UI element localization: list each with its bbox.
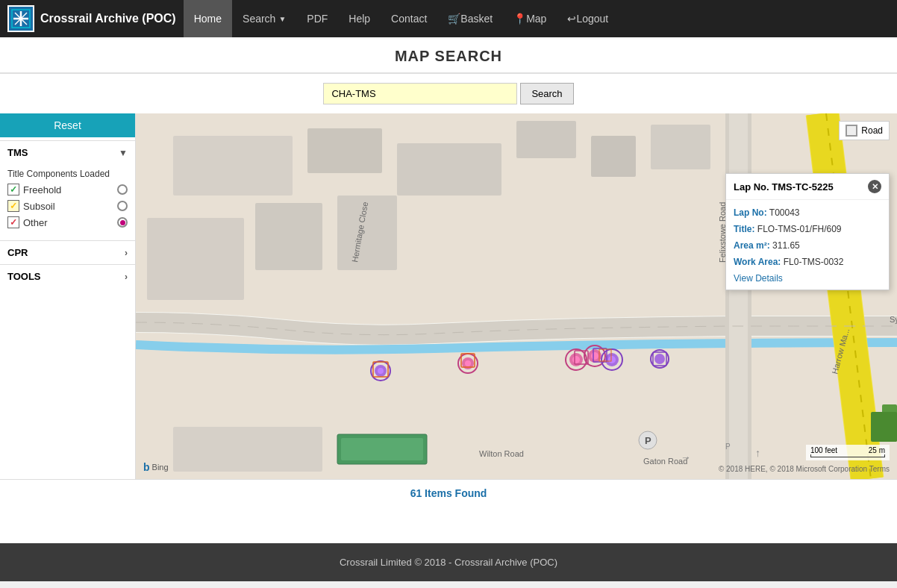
other-label: Other xyxy=(23,217,48,228)
cpr-label: CPR xyxy=(7,247,28,258)
search-input[interactable] xyxy=(323,83,517,104)
popup-area-label: Area m²: xyxy=(734,240,770,251)
nav-search[interactable]: Search ▼ xyxy=(232,0,296,37)
map-pin-icon: 📍 xyxy=(513,13,526,25)
svg-rect-8 xyxy=(729,113,748,479)
nav-contact[interactable]: Contact xyxy=(381,0,437,37)
nav-home[interactable]: Home xyxy=(184,0,232,37)
svg-text:Syd...: Syd... xyxy=(890,315,897,324)
navbar: Crossrail Archive (POC) Home Search ▼ PD… xyxy=(0,0,897,37)
svg-point-41 xyxy=(591,352,598,360)
search-button[interactable]: Search xyxy=(520,83,573,104)
page-title-bar: MAP SEARCH xyxy=(0,37,897,74)
popup-work-area-value: FL0-TMS-0032 xyxy=(784,257,844,267)
popup-lap-no-value: T00043 xyxy=(769,207,800,218)
scale-labels: 100 feet 25 m xyxy=(810,446,885,454)
popup-lap-no-label: Lap No: xyxy=(734,207,767,218)
freehold-checkbox[interactable] xyxy=(7,184,19,196)
freehold-label: Freehold xyxy=(23,184,61,196)
svg-rect-12 xyxy=(516,121,576,158)
tools-chevron-icon: › xyxy=(125,272,128,282)
cpr-section-header[interactable]: CPR › xyxy=(0,241,135,264)
reset-button[interactable]: Reset xyxy=(0,113,135,137)
popup-title-value: FLO-TMS-01/FH/609 xyxy=(757,224,842,234)
tools-label: TOOLS xyxy=(7,271,41,282)
subsoil-checkbox[interactable] xyxy=(7,200,19,212)
freehold-left: Freehold xyxy=(7,184,61,196)
popup-header: Lap No. TMS-TC-5225 ✕ xyxy=(726,174,889,200)
svg-text:→: → xyxy=(681,451,691,463)
popup-title-label: Title: xyxy=(734,224,754,234)
svg-rect-10 xyxy=(307,128,382,173)
popup-header-text: Lap No. TMS-TC-5225 xyxy=(734,181,834,193)
other-checkbox[interactable] xyxy=(7,216,19,228)
nav-help[interactable]: Help xyxy=(338,0,381,37)
svg-point-55 xyxy=(654,354,665,364)
popup-body: Lap No: T00043 Title: FLO-TMS-01/FH/609 … xyxy=(726,200,889,290)
svg-text:P: P xyxy=(725,442,731,451)
popup-close-button[interactable]: ✕ xyxy=(868,180,881,193)
tms-label: TMS xyxy=(7,147,28,158)
logout-icon: ↩ xyxy=(567,13,576,25)
cpr-section: CPR › xyxy=(0,240,135,264)
freehold-filter-row: Freehold xyxy=(7,184,128,196)
subsoil-label: Subsoil xyxy=(23,201,55,212)
page-content: MAP SEARCH Search Reset TMS ▼ Title Comp… xyxy=(0,37,897,543)
search-caret-icon: ▼ xyxy=(278,15,286,23)
svg-rect-16 xyxy=(255,203,322,270)
svg-text:P: P xyxy=(645,435,651,446)
view-details-link[interactable]: View Details xyxy=(734,273,881,284)
map-container[interactable]: Hermitage Close Felixstowe Road Syd... G… xyxy=(136,113,897,479)
tms-chevron-icon: ▼ xyxy=(119,148,128,158)
subsoil-radio[interactable] xyxy=(117,201,128,211)
map-copyright: © 2018 HERE, © 2018 Microsoft Corporatio… xyxy=(719,465,890,473)
subsoil-left: Subsoil xyxy=(7,200,55,212)
nav-pdf[interactable]: PDF xyxy=(296,0,338,37)
popup-lap-no-row: Lap No: T00043 xyxy=(734,206,881,219)
svg-rect-18 xyxy=(173,427,322,472)
subsoil-filter-row: Subsoil xyxy=(7,200,128,212)
nav-items: Home Search ▼ PDF Help Contact 🛒 Basket … xyxy=(184,0,619,37)
bing-icon: b xyxy=(143,461,150,473)
road-toggle-button[interactable]: Road xyxy=(839,121,890,140)
popup-work-area-row: Work Area: FL0-TMS-0032 xyxy=(734,255,881,269)
page-title: MAP SEARCH xyxy=(0,48,897,65)
nav-logout[interactable]: ↩ Logout xyxy=(557,0,619,37)
svg-rect-15 xyxy=(147,218,244,300)
title-components-label: Title Components Loaded xyxy=(7,169,128,179)
brand-title: Crossrail Archive (POC) xyxy=(40,12,176,25)
bing-label: Bing xyxy=(152,463,169,472)
search-bar: Search xyxy=(0,74,897,113)
scale-line xyxy=(810,454,885,457)
popup-title-row: Title: FLO-TMS-01/FH/609 xyxy=(734,222,881,236)
nav-map[interactable]: 📍 Map xyxy=(503,0,557,37)
brand: Crossrail Archive (POC) xyxy=(7,5,176,32)
tms-section-content: Title Components Loaded Freehold xyxy=(0,164,135,240)
other-filter-row: Other xyxy=(7,216,128,228)
road-icon xyxy=(846,125,857,137)
popup-area-row: Area m²: 311.65 xyxy=(734,239,881,252)
tms-section-header[interactable]: TMS ▼ xyxy=(0,141,135,164)
svg-point-38 xyxy=(572,356,580,363)
cpr-chevron-icon: › xyxy=(125,248,128,258)
items-found-label: 61 Items Found xyxy=(410,487,487,499)
popup-area-value: 311.65 xyxy=(772,240,800,251)
svg-rect-13 xyxy=(591,136,636,177)
main-area: Reset TMS ▼ Title Components Loaded Free… xyxy=(0,113,897,479)
freehold-radio[interactable] xyxy=(117,184,128,195)
other-radio[interactable] xyxy=(117,217,128,228)
other-left: Other xyxy=(7,216,48,228)
map-popup: Lap No. TMS-TC-5225 ✕ Lap No: T00043 Tit… xyxy=(725,173,890,290)
nav-basket[interactable]: 🛒 Basket xyxy=(437,0,503,37)
footer-text: Crossrail Limited © 2018 - Crossrail Arc… xyxy=(340,557,557,568)
tms-section: TMS ▼ Title Components Loaded Freehold xyxy=(0,140,135,240)
status-bar: 61 Items Found xyxy=(0,479,897,507)
svg-rect-14 xyxy=(651,125,710,169)
svg-rect-11 xyxy=(397,143,501,196)
basket-icon: 🛒 xyxy=(448,13,460,25)
tools-section: TOOLS › xyxy=(0,264,135,288)
road-toggle-label: Road xyxy=(861,125,883,136)
svg-rect-22 xyxy=(871,412,897,442)
scale-bar: 100 feet 25 m xyxy=(806,445,890,460)
tools-section-header[interactable]: TOOLS › xyxy=(0,265,135,288)
